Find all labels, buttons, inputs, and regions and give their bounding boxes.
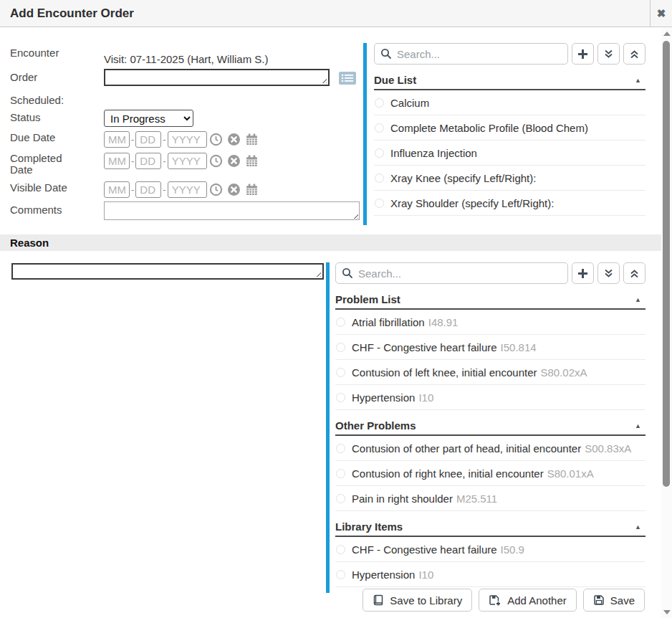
order-input[interactable] (105, 70, 328, 85)
comments-label: Comments (10, 204, 62, 216)
scroll-up-icon[interactable] (663, 32, 671, 36)
status-label: Status (10, 111, 41, 123)
collapse-icon[interactable]: ▲ (635, 296, 643, 303)
visible-date-mm-input[interactable] (104, 181, 130, 198)
due-expand-all-button[interactable] (597, 43, 620, 65)
radio-icon[interactable] (336, 368, 345, 377)
clock-icon[interactable] (209, 133, 223, 146)
radio-icon[interactable] (375, 173, 384, 183)
collapse-icon[interactable]: ▲ (635, 77, 643, 84)
library-items-section-header[interactable]: Library Items ▲ (335, 516, 645, 537)
reason-panel: Problem List ▲ Atrial fibrillationI48.91… (326, 262, 645, 593)
radio-icon[interactable] (336, 444, 345, 453)
reason-add-button[interactable] (572, 262, 594, 284)
calendar-icon[interactable] (245, 183, 259, 196)
calendar-icon[interactable] (245, 154, 259, 168)
icd-code: M25.511 (456, 493, 497, 505)
date-dash: - (163, 156, 165, 166)
visible-date-dd-input[interactable] (135, 181, 161, 198)
library-item[interactable]: HypertensionI10 (335, 562, 645, 587)
add-another-button[interactable]: Add Another (479, 589, 577, 612)
other-problem-item[interactable]: Pain in right shoulderM25.511 (335, 486, 645, 511)
save-to-library-button[interactable]: Save to Library (363, 589, 472, 612)
search-icon (380, 48, 392, 60)
collapse-icon[interactable]: ▲ (635, 523, 643, 531)
due-add-button[interactable] (572, 43, 594, 65)
dialog-title: Add Encounter Order (10, 6, 134, 21)
clear-date-icon[interactable] (227, 133, 241, 146)
item-label: Influenza Injection (390, 147, 477, 159)
radio-icon[interactable] (375, 98, 384, 108)
radio-icon[interactable] (336, 545, 345, 554)
radio-icon[interactable] (375, 148, 384, 158)
comments-wrap (104, 201, 360, 220)
due-list-item[interactable]: Complete Metabolic Profile (Blood Chem) (374, 115, 645, 141)
completed-date-label: Completed Date (10, 153, 76, 176)
item-label: Pain in right shoulderM25.511 (352, 493, 497, 505)
reason-field-wrap (11, 263, 324, 280)
due-list-item[interactable]: Xray Shoulder (specify Left/Right): (374, 191, 645, 216)
other-problems-section-header[interactable]: Other Problems ▲ (335, 415, 645, 436)
due-search-input[interactable] (374, 43, 568, 65)
radio-icon[interactable] (336, 393, 345, 402)
radio-icon[interactable] (336, 570, 345, 579)
due-list-section-header[interactable]: Due List ▲ (374, 70, 645, 90)
clock-icon[interactable] (209, 183, 223, 196)
visible-date-label: Visible Date (10, 181, 67, 194)
radio-icon[interactable] (375, 123, 384, 133)
item-label: HypertensionI10 (352, 391, 433, 404)
button-label: Save to Library (390, 594, 462, 607)
problem-list-item[interactable]: HypertensionI10 (335, 385, 645, 410)
visible-date-row: - - (104, 181, 259, 198)
other-problem-item[interactable]: Contusion of other part of head, initial… (335, 436, 645, 461)
reason-input[interactable] (13, 265, 322, 278)
reason-expand-all-button[interactable] (597, 262, 620, 284)
visible-date-yyyy-input[interactable] (168, 181, 207, 198)
close-icon: ✖ (657, 7, 666, 20)
clear-date-icon[interactable] (227, 183, 241, 196)
due-date-mm-input[interactable] (104, 131, 130, 148)
plus-icon (577, 267, 589, 280)
completed-date-yyyy-input[interactable] (168, 153, 207, 169)
section-title: Problem List (335, 293, 400, 305)
reason-section-header: Reason (0, 234, 661, 251)
reason-search-input[interactable] (335, 262, 568, 284)
problem-list-item[interactable]: Atrial fibrillationI48.91 (335, 310, 645, 335)
radio-icon[interactable] (336, 318, 345, 327)
completed-date-dd-input[interactable] (135, 153, 161, 169)
problem-list-section-header[interactable]: Problem List ▲ (335, 289, 645, 310)
due-list-item[interactable]: Calcium (374, 90, 645, 115)
other-problem-item[interactable]: Contusion of right knee, initial encount… (335, 461, 645, 486)
clock-icon[interactable] (209, 154, 223, 168)
collapse-icon[interactable]: ▲ (635, 422, 643, 429)
problem-list-item[interactable]: Contusion of left knee, initial encounte… (335, 360, 645, 385)
vertical-scrollbar[interactable] (661, 28, 672, 618)
due-collapse-all-button[interactable] (623, 43, 645, 65)
status-select[interactable]: In Progress (104, 110, 193, 127)
item-label: CHF - Congestive heart failureI50.814 (352, 341, 537, 353)
reason-collapse-all-button[interactable] (623, 262, 645, 284)
radio-icon[interactable] (336, 494, 345, 503)
due-list-item[interactable]: Xray Knee (specify Left/Right): (374, 166, 645, 191)
calendar-icon[interactable] (245, 133, 259, 146)
problem-list-item[interactable]: CHF - Congestive heart failureI50.814 (335, 335, 645, 360)
save-button[interactable]: Save (583, 589, 645, 612)
due-date-dd-input[interactable] (135, 131, 161, 148)
radio-icon[interactable] (336, 343, 345, 352)
plus-icon (577, 48, 589, 60)
radio-icon[interactable] (336, 469, 345, 478)
close-button[interactable]: ✖ (650, 0, 672, 27)
completed-date-mm-input[interactable] (104, 153, 130, 169)
due-date-row: - - (104, 131, 259, 148)
comments-textarea[interactable] (104, 201, 360, 220)
scrollbar-thumb[interactable] (663, 41, 670, 487)
due-list-item[interactable]: Influenza Injection (374, 141, 645, 166)
order-lookup-button[interactable] (337, 70, 357, 86)
radio-icon[interactable] (375, 199, 384, 208)
item-label: Calcium (390, 97, 429, 109)
due-date-label: Due Date (10, 131, 55, 143)
clear-date-icon[interactable] (227, 154, 241, 168)
due-date-yyyy-input[interactable] (168, 131, 207, 148)
scroll-down-icon[interactable] (663, 610, 671, 614)
library-item[interactable]: CHF - Congestive heart failureI50.9 (335, 537, 645, 562)
